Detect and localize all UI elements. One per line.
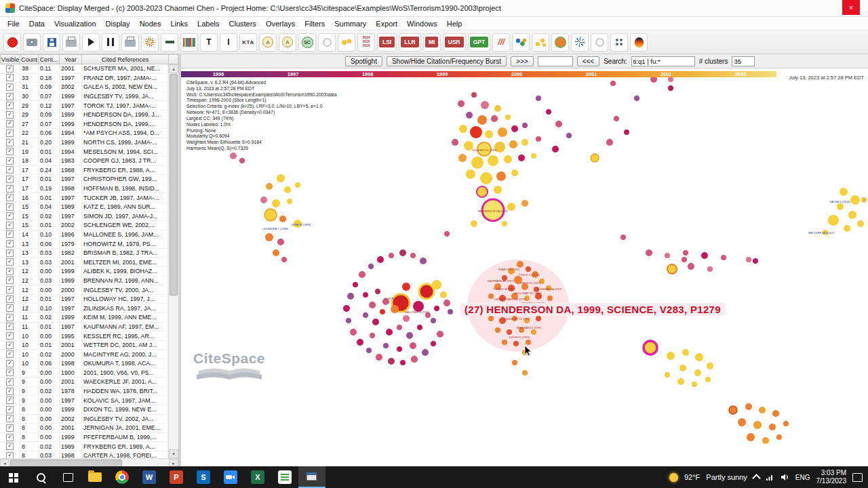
record-button[interactable] xyxy=(3,33,21,52)
visible-checkbox[interactable]: ✓ xyxy=(6,342,14,349)
lsi-button[interactable]: LSI xyxy=(377,33,397,52)
gpt-button[interactable]: GPT xyxy=(468,33,490,52)
weather-temperature[interactable]: 92°F xyxy=(684,473,700,481)
taskbar-clock[interactable]: 3:03 PM 7/13/2023 xyxy=(816,469,847,486)
network-node[interactable] xyxy=(745,403,752,410)
table-row[interactable]: ✓80.021989FRYKBERG ER, 1989, A... xyxy=(0,442,168,451)
network-node[interactable] xyxy=(692,382,697,387)
network-node[interactable] xyxy=(471,157,484,169)
visible-checkbox[interactable]: ✓ xyxy=(6,296,14,303)
reference-cell[interactable]: HADDEN WA, 1978, BRIT... xyxy=(82,387,168,396)
table-row[interactable]: ✓130.032001MELTZER MI, 2001, EME... xyxy=(0,258,168,267)
forward-button[interactable]: >>> xyxy=(511,56,534,66)
network-node[interactable] xyxy=(477,115,487,125)
table-row[interactable]: ✓80.001999DIXON TC, 1999, NEW E... xyxy=(0,405,168,415)
table-row[interactable]: ✓100.012001WETTER DC, 2001, AM J... xyxy=(0,341,168,350)
task-view-button[interactable] xyxy=(54,466,81,488)
reference-cell[interactable]: PFEFFERBAUM B, 1999,... xyxy=(82,433,168,442)
network-node[interactable] xyxy=(353,282,358,287)
table-row[interactable]: ✓170.011997CHRISTOPHER GW, 199... xyxy=(0,175,168,184)
visible-checkbox[interactable]: ✓ xyxy=(6,203,14,211)
network-node[interactable] xyxy=(471,92,477,98)
table-row[interactable]: ✓170.241988FRYKBERG ER, 1988, A... xyxy=(0,166,168,176)
slashes-button[interactable]: /// xyxy=(492,33,510,52)
node-label[interactable]: MELTZER MI (2001) xyxy=(808,231,835,235)
node-label[interactable]: INGLESBY TV (1999) xyxy=(505,318,531,321)
weather-description[interactable]: Partly sunny xyxy=(706,473,747,481)
zoom-button[interactable] xyxy=(217,466,244,488)
author-b-button[interactable]: A xyxy=(279,33,296,52)
network-node[interactable] xyxy=(422,349,429,356)
network-node[interactable] xyxy=(448,309,453,314)
network-node[interactable] xyxy=(494,105,501,112)
network-node[interactable] xyxy=(350,329,357,336)
network-node[interactable] xyxy=(507,203,515,211)
node-label[interactable]: TUCKER JB (1997) xyxy=(493,288,516,291)
table-row[interactable]: ✓330.181997FRANZ DR, 1997, JAMA-... xyxy=(0,74,168,83)
visible-checkbox[interactable]: ✓ xyxy=(6,350,14,358)
save-button[interactable] xyxy=(43,33,60,52)
network-node[interactable] xyxy=(420,258,427,264)
network-node[interactable] xyxy=(536,316,541,321)
reference-cell[interactable]: HOLLOWAY HC, 1997, J... xyxy=(82,295,168,304)
table-row[interactable]: ✓300.071999INGLESBY TV, 1999, JA... xyxy=(0,92,168,102)
network-node[interactable] xyxy=(498,127,507,137)
scroll-up-button[interactable]: ▲ xyxy=(169,64,178,73)
reference-cell[interactable]: KESSLER RC, 1995, AR... xyxy=(82,331,168,340)
highlighted-node-label[interactable]: (27) HENDERSON DA, 1999, SCIENCE, V283, … xyxy=(460,303,725,316)
network-node[interactable] xyxy=(861,197,867,203)
menu-nodes[interactable]: Nodes xyxy=(135,20,166,28)
menu-links[interactable]: Links xyxy=(165,20,193,28)
blue-app-button[interactable]: S xyxy=(190,466,217,488)
network-node[interactable] xyxy=(677,378,684,385)
tray-expand-icon[interactable] xyxy=(752,474,761,483)
reference-cell[interactable]: DIXON TC, 1999, NEW E... xyxy=(82,405,168,414)
network-canvas[interactable]: OKUMURA T (1998)KEIM M (1999)MELTZER MI … xyxy=(181,68,868,468)
table-row[interactable]: ✓120.001999ALIBEK K, 1999, BIOHAZ... xyxy=(0,267,168,277)
scroll-down-button[interactable]: ▼ xyxy=(169,449,178,458)
reference-cell[interactable]: KATZ E, 1989, ANN SUR... xyxy=(82,203,168,211)
node-label[interactable]: NORTH CS (1999) xyxy=(384,298,407,300)
network-node[interactable] xyxy=(536,96,541,101)
visible-checkbox[interactable]: ✓ xyxy=(6,93,14,100)
reference-cell[interactable]: 2001, 1900, V66, V0, P5... xyxy=(82,369,168,378)
visible-checkbox[interactable]: ✓ xyxy=(6,194,14,201)
llr-button[interactable]: LLR xyxy=(399,33,421,52)
network-node[interactable] xyxy=(521,139,528,146)
print-button[interactable] xyxy=(62,33,80,52)
gray-ring-button[interactable] xyxy=(591,33,608,52)
table-row[interactable]: ✓290.091999HENDERSON DA, 1999, J... xyxy=(0,110,168,120)
visible-checkbox[interactable]: ✓ xyxy=(6,212,14,220)
yellow-dots-button[interactable] xyxy=(338,33,355,52)
menu-summary[interactable]: Summary xyxy=(330,20,371,28)
network-node[interactable] xyxy=(260,197,267,203)
col-header-centrality[interactable]: Cent... xyxy=(39,54,60,64)
clusters-input[interactable] xyxy=(732,56,755,66)
table-row[interactable]: ✓170.191998HOFFMAN B, 1998, INSID... xyxy=(0,184,168,194)
network-node[interactable] xyxy=(547,296,553,301)
network-node[interactable] xyxy=(273,249,279,256)
author-a-button[interactable]: A xyxy=(259,33,277,52)
burst-toggle-button[interactable]: Show/Hide Citation/Frequency Burst xyxy=(387,56,507,66)
network-node[interactable] xyxy=(363,312,368,318)
reference-cell[interactable]: HENDERSON DA, 1999,... xyxy=(82,120,168,129)
network-node[interactable] xyxy=(729,406,737,414)
reference-cell[interactable]: KAUFMANN AF, 1997, EM... xyxy=(82,323,168,331)
network-node[interactable] xyxy=(546,109,551,115)
network-node[interactable] xyxy=(504,155,512,163)
table-row[interactable]: ✓120.002000INGLESBY TV, 2000, JA... xyxy=(0,285,168,295)
title-bar[interactable]: CiteSpace: Display Merged - (c) 2003-202… xyxy=(0,0,868,17)
reference-cell[interactable]: FRYKBERG ER, 1988, A... xyxy=(82,166,168,175)
network-node[interactable] xyxy=(452,139,458,146)
reference-cell[interactable]: KOLAVIC SA, 1997, JAM... xyxy=(82,396,168,405)
network-node[interactable] xyxy=(488,155,498,166)
network-node[interactable] xyxy=(377,256,384,263)
link-strength-button[interactable] xyxy=(161,33,178,52)
reference-cell[interactable]: *AM PSYCH ASS, 1994, D... xyxy=(82,129,168,138)
network-node[interactable] xyxy=(840,188,848,196)
network-node[interactable] xyxy=(531,153,536,159)
network-node[interactable] xyxy=(665,372,670,378)
network-node[interactable] xyxy=(410,253,416,258)
kta-button[interactable]: KTA xyxy=(239,33,257,52)
network-node[interactable] xyxy=(511,125,518,132)
